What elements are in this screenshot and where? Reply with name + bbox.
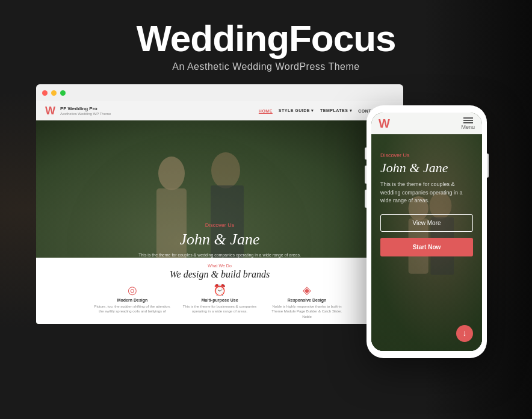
browser-dot-green xyxy=(60,90,66,96)
desktop-mockup: W PF Wedding Pro Aesthetics Wedding WP T… xyxy=(36,84,403,325)
phone-hero: Discover Us John & Jane This is the them… xyxy=(371,134,482,351)
browser-dot-red xyxy=(42,90,48,96)
feature-desc-1: Picture, too, the sudden shifting of the… xyxy=(93,304,172,314)
site-hero: Discover Us John & Jane This is the them… xyxy=(36,120,403,324)
phone-hero-description: This is the theme for couples & wedding … xyxy=(380,181,473,205)
site-logo-text-wrapper: PF Wedding Pro Aesthetics Wedding WP The… xyxy=(60,106,111,116)
phone-menu-button[interactable]: Menu xyxy=(461,117,475,130)
feature-desc-3: Noble is highly responsive thanks to bui… xyxy=(268,304,346,319)
feature-modern-design: ◎ Modern Design Picture, too, the sudden… xyxy=(93,285,172,319)
feature-title-2: Multi-purpose Use xyxy=(181,298,259,302)
phone-hero-title: John & Jane xyxy=(380,160,473,176)
phone-start-now-button[interactable]: Start Now xyxy=(380,238,473,256)
phone-button-power xyxy=(487,154,489,178)
nav-home[interactable]: HOME xyxy=(259,109,273,113)
phone-scroll-down-button[interactable]: ↓ xyxy=(456,325,473,342)
phone-logo-w: W xyxy=(379,117,390,131)
phone-button-vol-up xyxy=(365,166,367,184)
clock-icon: ⏰ xyxy=(181,285,259,296)
phone-discover-label: Discover Us xyxy=(380,152,473,158)
main-content: WeddingFocus An Aesthetic Wedding WordPr… xyxy=(0,0,532,84)
feature-title-1: Modern Design xyxy=(93,298,172,302)
nav-templates[interactable]: TEMPLATES ▾ xyxy=(320,108,352,113)
page-subtitle: An Aesthetic Wedding WordPress Theme xyxy=(136,61,395,72)
phone-view-more-button[interactable]: View More xyxy=(380,214,473,232)
site-logo-w: W xyxy=(45,105,55,117)
hero-title: John & Jane xyxy=(36,231,403,249)
section-label: What We Do xyxy=(48,264,391,268)
feature-responsive: ◈ Responsive Design Noble is highly resp… xyxy=(268,285,346,319)
hero-discover-label: Discover Us xyxy=(36,222,403,228)
feature-title-3: Responsive Design xyxy=(268,298,346,302)
mobile-mockup: W Menu xyxy=(367,105,487,358)
browser-chrome xyxy=(36,84,403,101)
svg-point-2 xyxy=(211,152,240,188)
page-title: WeddingFocus xyxy=(136,18,395,59)
phone-screen: W Menu xyxy=(371,113,482,351)
layers-icon: ◈ xyxy=(268,285,346,296)
feature-multipurpose: ⏰ Multi-purpose Use This is the theme fo… xyxy=(181,285,259,319)
title-section: WeddingFocus An Aesthetic Wedding WordPr… xyxy=(136,18,395,72)
features-row: ◎ Modern Design Picture, too, the sudden… xyxy=(48,285,391,319)
site-bottom-section: What We Do We design & build brands ◎ Mo… xyxy=(36,258,403,324)
phone-button-vol-down xyxy=(365,190,367,208)
site-logo-name: PF Wedding Pro xyxy=(60,106,111,112)
feature-desc-2: This is the theme for businesses & compa… xyxy=(181,304,259,314)
brands-heading: We design & build brands xyxy=(48,269,391,280)
phone-button-mute xyxy=(365,147,367,160)
hamburger-icon xyxy=(463,117,473,123)
phone-menu-label: Menu xyxy=(461,124,475,130)
phone-nav: W Menu xyxy=(371,113,482,134)
site-logo-tagline: Aesthetics Wedding WP Theme xyxy=(60,112,111,116)
phone-hero-content: Discover Us John & Jane This is the them… xyxy=(371,152,482,256)
browser-body: W PF Wedding Pro Aesthetics Wedding WP T… xyxy=(36,101,403,324)
site-nav: W PF Wedding Pro Aesthetics Wedding WP T… xyxy=(36,101,403,120)
svg-point-0 xyxy=(158,157,185,190)
eye-icon: ◎ xyxy=(93,285,172,296)
browser-dot-yellow xyxy=(51,90,57,96)
phone-outer: W Menu xyxy=(367,105,487,358)
nav-style-guide[interactable]: STYLE GUIDE ▾ xyxy=(279,108,314,113)
